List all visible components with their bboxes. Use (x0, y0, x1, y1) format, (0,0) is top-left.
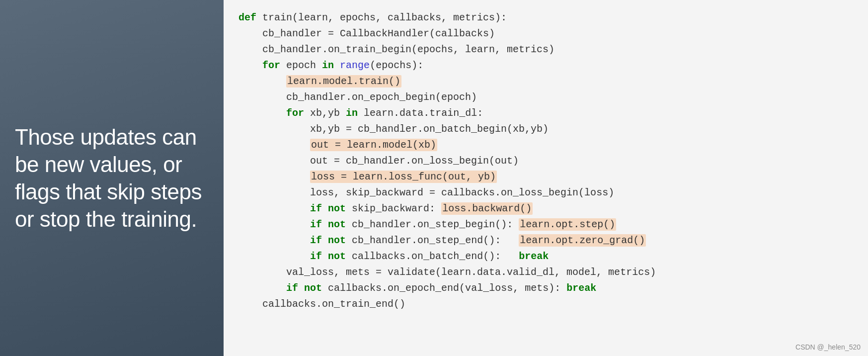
watermark: CSDN @_helen_520 (795, 343, 861, 351)
right-panel: def train(learn, epochs, callbacks, metr… (224, 0, 868, 356)
description-text: Those updates can be new values, or flag… (15, 123, 209, 233)
code-block: def train(learn, epochs, callbacks, metr… (238, 10, 853, 312)
left-panel: Those updates can be new values, or flag… (0, 0, 224, 356)
